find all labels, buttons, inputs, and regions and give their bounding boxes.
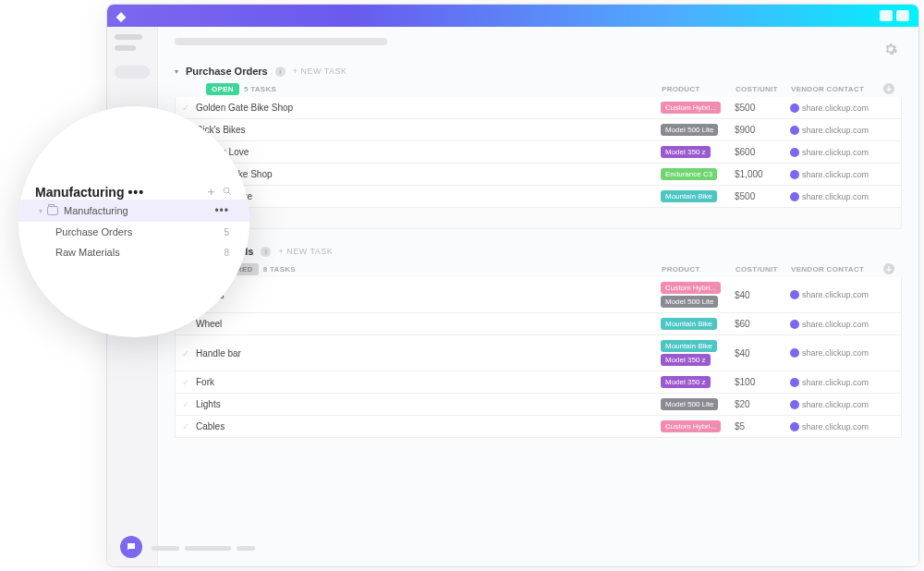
task-name[interactable]: Rick's Bikes bbox=[196, 125, 661, 135]
more-icon[interactable]: ••• bbox=[214, 204, 229, 217]
col-product[interactable]: PRODUCT bbox=[662, 265, 736, 273]
new-task-button[interactable]: + NEW TASK bbox=[278, 247, 333, 256]
cell-cost[interactable]: $100 bbox=[735, 377, 790, 387]
task-row[interactable]: ✓ Golden Gate Bike Shop Custom Hybri... … bbox=[175, 97, 902, 119]
cell-cost[interactable]: $40 bbox=[735, 290, 790, 300]
group-header[interactable]: ▾ Purchase Orders i + NEW TASK bbox=[175, 62, 902, 80]
cell-cost[interactable]: $500 bbox=[735, 191, 790, 201]
check-icon[interactable]: ✓ bbox=[176, 348, 196, 358]
product-tag[interactable]: Custom Hybri... bbox=[661, 102, 721, 114]
cell-product[interactable]: Custom Hybri... bbox=[661, 102, 735, 114]
task-name[interactable]: Cycling Love bbox=[196, 147, 661, 157]
cell-vendor[interactable]: share.clickup.com bbox=[790, 148, 882, 157]
cell-product[interactable]: Endurance C3 bbox=[661, 168, 735, 180]
more-icon[interactable]: ••• bbox=[128, 185, 144, 200]
task-name[interactable]: Golden Gate Bike Shop bbox=[196, 103, 661, 113]
cell-cost[interactable]: $5 bbox=[735, 421, 790, 431]
cell-product[interactable]: Model 500 Lite bbox=[661, 398, 735, 410]
task-row[interactable]: ✓ Rick's Bikes Model 500 Lite $900 share… bbox=[175, 119, 902, 141]
sidebar-space-header[interactable]: Manufacturing ••• + bbox=[18, 185, 249, 200]
cell-vendor[interactable]: share.clickup.com bbox=[790, 103, 882, 113]
cell-vendor[interactable]: share.clickup.com bbox=[790, 378, 882, 387]
col-cost[interactable]: COST/UNIT bbox=[736, 265, 791, 273]
sidebar-item[interactable]: Purchase Orders5 bbox=[18, 222, 249, 242]
task-row[interactable]: ✓ Lights Model 500 Lite $20 share.clicku… bbox=[175, 394, 902, 416]
product-tag[interactable]: Model 500 Lite bbox=[661, 124, 718, 136]
task-name[interactable]: Handle bar bbox=[196, 348, 661, 358]
task-name[interactable]: Pedals bbox=[196, 290, 661, 300]
task-name[interactable]: Lights bbox=[196, 399, 661, 409]
cell-vendor[interactable]: share.clickup.com bbox=[790, 170, 882, 179]
check-icon[interactable]: ✓ bbox=[176, 399, 196, 409]
chevron-down-icon[interactable]: ▾ bbox=[175, 67, 178, 76]
task-name[interactable]: Rainbow Bike bbox=[196, 191, 661, 201]
sidebar-item[interactable]: Raw Materials8 bbox=[18, 242, 249, 262]
cell-vendor[interactable]: share.clickup.com bbox=[790, 348, 882, 358]
search-icon[interactable] bbox=[222, 186, 233, 200]
col-vendor[interactable]: VENDOR CONTACT bbox=[791, 85, 883, 93]
info-icon[interactable]: i bbox=[261, 247, 271, 257]
cell-vendor[interactable]: share.clickup.com bbox=[790, 400, 882, 409]
cell-vendor[interactable]: share.clickup.com bbox=[790, 422, 882, 431]
cell-product[interactable]: Mountain Bike bbox=[661, 318, 735, 330]
status-badge[interactable]: OPEN bbox=[206, 83, 239, 95]
task-row[interactable]: ✓ Cycling Love Model 350 z $600 share.cl… bbox=[175, 141, 902, 164]
gear-icon[interactable] bbox=[883, 42, 898, 56]
cell-cost[interactable]: $20 bbox=[735, 399, 790, 409]
product-tag[interactable]: Model 350 z bbox=[661, 376, 711, 388]
window-control[interactable] bbox=[880, 10, 893, 21]
info-icon[interactable]: i bbox=[275, 67, 286, 77]
cell-product[interactable]: Custom Hybri...Model 500 Lite bbox=[661, 282, 735, 308]
product-tag[interactable]: Custom Hybri... bbox=[661, 420, 721, 432]
cell-product[interactable]: Custom Hybri... bbox=[661, 420, 735, 432]
window-control[interactable] bbox=[896, 10, 909, 21]
task-row[interactable]: ✓ Cables Custom Hybri... $5 share.clicku… bbox=[175, 416, 902, 438]
check-icon[interactable]: ✓ bbox=[176, 103, 196, 113]
cell-cost[interactable]: $500 bbox=[735, 103, 790, 113]
add-task-button[interactable]: + ADD TASK bbox=[175, 208, 902, 229]
product-tag[interactable]: Model 500 Lite bbox=[661, 296, 718, 308]
cell-cost[interactable]: $1,000 bbox=[735, 169, 790, 179]
cell-vendor[interactable]: share.clickup.com bbox=[790, 126, 882, 135]
task-row[interactable]: ✓ Jenna's Bike Shop Endurance C3 $1,000 … bbox=[175, 164, 902, 186]
group-header[interactable]: ▾ Raw Materials i + NEW TASK bbox=[175, 242, 902, 261]
cell-vendor[interactable]: share.clickup.com bbox=[790, 320, 882, 329]
cell-cost[interactable]: $600 bbox=[735, 147, 790, 157]
cell-product[interactable]: Mountain Bike bbox=[661, 190, 735, 202]
add-column-button[interactable]: + bbox=[883, 263, 894, 274]
cell-product[interactable]: Model 350 z bbox=[661, 146, 735, 158]
cell-cost[interactable]: $40 bbox=[735, 348, 790, 358]
check-icon[interactable]: ✓ bbox=[176, 377, 196, 387]
task-row[interactable]: ✓ Fork Model 350 z $100 share.clickup.co… bbox=[175, 371, 902, 394]
product-tag[interactable]: Mountain Bike bbox=[661, 318, 717, 330]
col-cost[interactable]: COST/UNIT bbox=[736, 85, 791, 93]
task-row[interactable]: ✓ Rainbow Bike Mountain Bike $500 share.… bbox=[175, 186, 902, 208]
product-tag[interactable]: Model 500 Lite bbox=[661, 398, 718, 410]
task-name[interactable]: Cables bbox=[196, 421, 661, 431]
chevron-down-icon[interactable]: ▾ bbox=[39, 207, 43, 215]
product-tag[interactable]: Model 350 z bbox=[661, 146, 711, 158]
product-tag[interactable]: Mountain Bike bbox=[661, 340, 717, 352]
task-row[interactable]: ✓ Pedals Custom Hybri...Model 500 Lite $… bbox=[175, 277, 902, 313]
cell-product[interactable]: Model 500 Lite bbox=[661, 124, 735, 136]
new-task-button[interactable]: + NEW TASK bbox=[293, 67, 347, 76]
task-name[interactable]: Jenna's Bike Shop bbox=[196, 169, 661, 179]
task-name[interactable]: Wheel bbox=[196, 319, 661, 329]
product-tag[interactable]: Model 350 z bbox=[661, 354, 711, 366]
cell-cost[interactable]: $60 bbox=[735, 319, 790, 329]
cell-vendor[interactable]: share.clickup.com bbox=[790, 192, 882, 201]
chat-fab[interactable] bbox=[120, 536, 142, 558]
col-vendor[interactable]: VENDOR CONTACT bbox=[791, 265, 883, 273]
cell-product[interactable]: Mountain BikeModel 350 z bbox=[661, 340, 735, 366]
cell-cost[interactable]: $900 bbox=[735, 125, 790, 135]
cell-product[interactable]: Model 350 z bbox=[661, 376, 735, 388]
col-product[interactable]: PRODUCT bbox=[662, 85, 736, 93]
product-tag[interactable]: Custom Hybri... bbox=[661, 282, 721, 294]
task-name[interactable]: Fork bbox=[196, 377, 661, 387]
task-row[interactable]: ✓ Handle bar Mountain BikeModel 350 z $4… bbox=[175, 335, 902, 371]
plus-icon[interactable]: + bbox=[208, 186, 214, 200]
check-icon[interactable]: ✓ bbox=[176, 421, 196, 431]
cell-vendor[interactable]: share.clickup.com bbox=[790, 290, 882, 299]
task-row[interactable]: ✓ Wheel Mountain Bike $60 share.clickup.… bbox=[175, 313, 902, 335]
add-column-button[interactable]: + bbox=[883, 83, 894, 94]
